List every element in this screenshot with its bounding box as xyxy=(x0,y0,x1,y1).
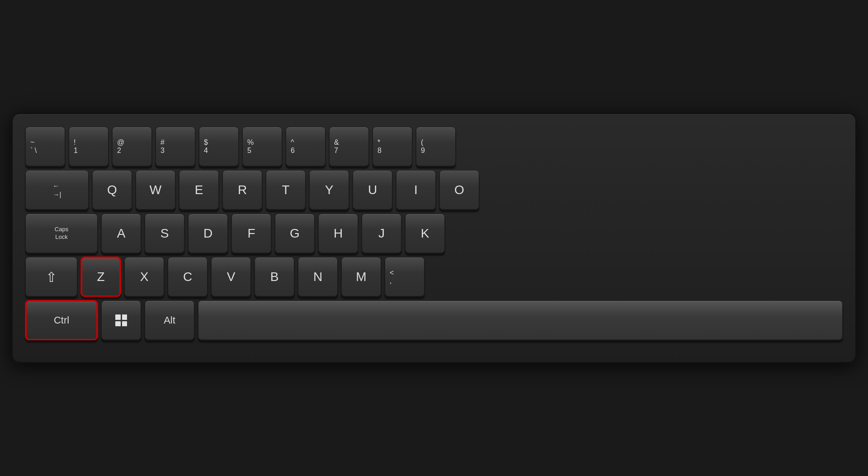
key-k[interactable]: K xyxy=(405,214,445,253)
key-f[interactable]: F xyxy=(231,214,271,253)
key-t[interactable]: T xyxy=(266,170,306,210)
key-u[interactable]: U xyxy=(353,170,392,210)
key-i[interactable]: I xyxy=(396,170,436,210)
key-q[interactable]: Q xyxy=(92,170,132,210)
number-row: ~ ` \ ! 1 @ 2 # 3 $ 4 % 5 ^ 6 & 7 xyxy=(25,127,843,167)
key-x[interactable]: X xyxy=(124,257,164,297)
key-h[interactable]: H xyxy=(318,214,358,253)
key-w[interactable]: W xyxy=(136,170,175,210)
key-1[interactable]: ! 1 xyxy=(69,127,108,167)
zxcv-row: ⇧ Z X C V B N M < , xyxy=(25,257,843,297)
key-4[interactable]: $ 4 xyxy=(199,127,239,167)
key-y[interactable]: Y xyxy=(309,170,349,210)
key-m[interactable]: M xyxy=(341,257,381,297)
key-8[interactable]: * 8 xyxy=(373,127,412,167)
asdf-row: CapsLock A S D F G H J K xyxy=(25,214,843,253)
key-tab[interactable]: ← →| xyxy=(25,170,89,210)
key-s[interactable]: S xyxy=(145,214,184,253)
key-comma[interactable]: < , xyxy=(385,257,425,297)
key-j[interactable]: J xyxy=(362,214,401,253)
key-a[interactable]: A xyxy=(101,214,141,253)
qwerty-row: ← →| Q W E R T Y U I O xyxy=(25,170,843,210)
key-space[interactable] xyxy=(198,300,843,340)
bottom-row: Ctrl Alt xyxy=(25,300,843,340)
key-o[interactable]: O xyxy=(439,170,479,210)
key-alt[interactable]: Alt xyxy=(145,300,194,340)
key-backtick[interactable]: ~ ` \ xyxy=(25,127,65,167)
key-5[interactable]: % 5 xyxy=(242,127,282,167)
key-win[interactable] xyxy=(101,300,141,340)
key-g[interactable]: G xyxy=(275,214,315,253)
key-7[interactable]: & 7 xyxy=(329,127,369,167)
key-9[interactable]: ( 9 xyxy=(416,127,456,167)
key-shift-left[interactable]: ⇧ xyxy=(25,257,77,297)
key-d[interactable]: D xyxy=(188,214,228,253)
key-v[interactable]: V xyxy=(211,257,251,297)
key-6[interactable]: ^ 6 xyxy=(286,127,326,167)
key-ctrl[interactable]: Ctrl xyxy=(25,300,98,340)
key-3[interactable]: # 3 xyxy=(156,127,195,167)
key-n[interactable]: N xyxy=(298,257,338,297)
key-caps-lock[interactable]: CapsLock xyxy=(25,214,98,253)
key-2[interactable]: @ 2 xyxy=(112,127,152,167)
key-z[interactable]: Z xyxy=(81,257,121,297)
key-e[interactable]: E xyxy=(179,170,219,210)
key-c[interactable]: C xyxy=(168,257,208,297)
keyboard: ~ ` \ ! 1 @ 2 # 3 $ 4 % 5 ^ 6 & 7 xyxy=(11,113,857,363)
windows-icon xyxy=(115,314,127,326)
key-b[interactable]: B xyxy=(255,257,294,297)
key-r[interactable]: R xyxy=(222,170,262,210)
